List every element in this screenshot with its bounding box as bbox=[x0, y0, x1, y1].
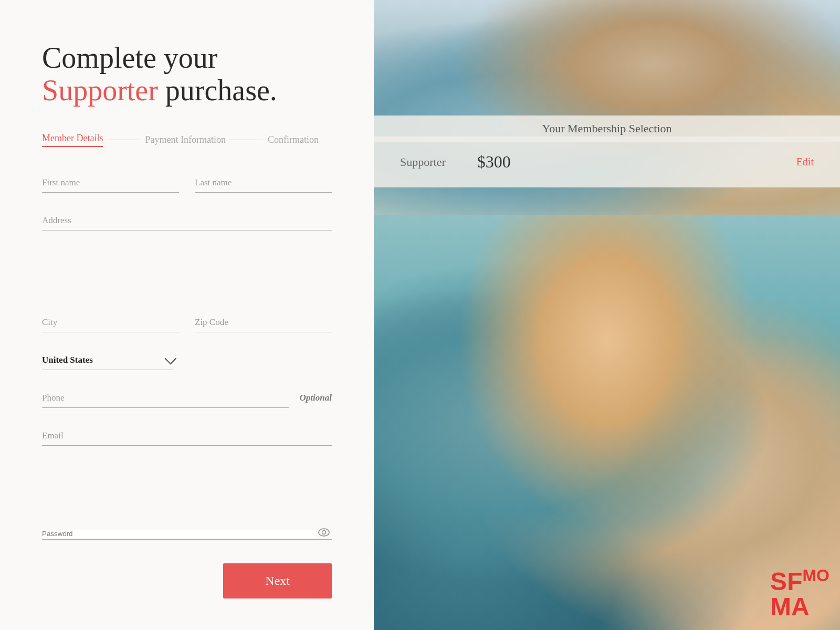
country-value: United States bbox=[42, 355, 160, 365]
address-input[interactable] bbox=[42, 211, 332, 230]
name-row bbox=[42, 173, 332, 193]
last-name-field bbox=[195, 173, 332, 193]
membership-name: Supporter bbox=[400, 155, 446, 169]
email-field bbox=[42, 426, 332, 510]
right-panel: Your Membership Selection Supporter $300… bbox=[374, 0, 840, 630]
address-field bbox=[42, 211, 332, 295]
password-input[interactable] bbox=[42, 530, 316, 538]
chevron-down-icon bbox=[165, 353, 177, 365]
zip-input[interactable] bbox=[195, 313, 332, 332]
step-divider-1 bbox=[108, 140, 140, 140]
phone-input[interactable] bbox=[42, 388, 289, 408]
step-confirmation[interactable]: Confirmation bbox=[268, 134, 319, 145]
svg-point-0 bbox=[319, 529, 329, 536]
artwork-background bbox=[374, 0, 840, 630]
step-member-details[interactable]: Member Details bbox=[42, 133, 103, 147]
form-section: United States Optional Next bbox=[42, 173, 332, 598]
city-zip-row bbox=[42, 313, 332, 332]
first-name-input[interactable] bbox=[42, 173, 179, 193]
logo-sf: SF bbox=[770, 568, 802, 595]
membership-info: Supporter $300 Edit bbox=[400, 152, 814, 172]
title-prefix: Complete your bbox=[42, 41, 217, 74]
sfmoma-logo: SFMOMA bbox=[770, 567, 830, 620]
first-name-field bbox=[42, 173, 179, 193]
membership-card: Supporter $300 Edit bbox=[374, 136, 840, 187]
optional-label: Optional bbox=[300, 393, 332, 403]
next-button[interactable]: Next bbox=[223, 563, 332, 598]
edit-button[interactable]: Edit bbox=[796, 156, 814, 168]
password-field bbox=[42, 528, 332, 540]
email-input[interactable] bbox=[42, 426, 332, 446]
phone-row: Optional bbox=[42, 388, 332, 408]
last-name-input[interactable] bbox=[195, 173, 332, 193]
page-title: Complete your Supporter purchase. bbox=[42, 42, 332, 107]
svg-point-1 bbox=[322, 531, 326, 534]
step-payment-information[interactable]: Payment Information bbox=[145, 134, 225, 145]
left-panel: Complete your Supporter purchase. Member… bbox=[0, 0, 374, 630]
membership-price: $300 bbox=[477, 152, 511, 172]
city-field bbox=[42, 313, 179, 332]
steps-nav: Member Details Payment Information Confi… bbox=[42, 133, 332, 147]
country-select[interactable]: United States bbox=[42, 351, 173, 370]
eye-icon[interactable] bbox=[316, 528, 332, 539]
city-input[interactable] bbox=[42, 313, 179, 332]
logo-mo: MO bbox=[802, 566, 830, 585]
logo-ma: MA bbox=[770, 593, 810, 621]
title-suffix: purchase. bbox=[158, 74, 277, 107]
zip-field bbox=[195, 313, 332, 332]
phone-field bbox=[42, 388, 289, 408]
step-divider-2 bbox=[231, 140, 262, 140]
title-highlight: Supporter bbox=[42, 74, 158, 107]
